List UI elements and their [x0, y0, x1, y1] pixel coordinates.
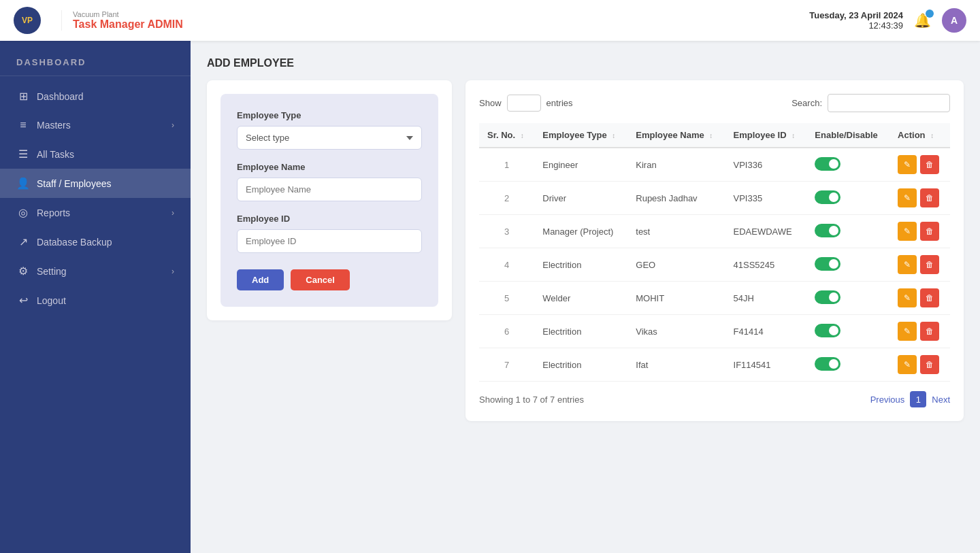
user-avatar[interactable]: A — [942, 8, 966, 33]
cell-action: ✎ 🗑 — [889, 282, 950, 315]
cell-id: VPI336 — [725, 148, 807, 182]
employee-type-select[interactable]: Select type — [237, 126, 422, 150]
toggle-switch[interactable] — [815, 324, 840, 337]
reports-icon: ◎ — [16, 206, 30, 219]
toggle-switch[interactable] — [815, 290, 840, 304]
edit-button[interactable]: ✎ — [898, 222, 917, 241]
header-main-title: Task Manager ADMIN — [73, 18, 809, 31]
employee-id-input[interactable] — [237, 229, 422, 253]
time-text: 12:43:39 — [809, 20, 903, 31]
chevron-right-icon-setting: › — [172, 267, 174, 276]
cell-toggle[interactable] — [806, 148, 889, 182]
logo-icon: VP — [14, 7, 41, 34]
header-right: Tuesday, 23 April 2024 12:43:39 🔔 A — [809, 8, 966, 33]
cell-toggle[interactable] — [806, 215, 889, 248]
logout-icon: ↩ — [16, 294, 30, 307]
cell-name: test — [627, 215, 725, 248]
sidebar-label-all-tasks: All Tasks — [37, 149, 174, 160]
employee-name-label: Employee Name — [237, 162, 422, 172]
delete-button[interactable]: 🗑 — [920, 355, 939, 374]
form-actions: Add Cancel — [237, 269, 422, 290]
table-header-row: Sr. No. ↕ Employee Type ↕ Employee Name … — [479, 123, 950, 148]
cell-sr: 6 — [479, 315, 534, 348]
cell-sr: 1 — [479, 148, 534, 182]
table-row: 7 Electrition Ifat IF114541 ✎ 🗑 — [479, 348, 950, 382]
sidebar-nav: ⊞ Dashboard ≡ Masters › ☰ All Tasks 👤 St… — [0, 76, 191, 553]
toggle-switch[interactable] — [815, 157, 840, 171]
cell-id: F41414 — [725, 315, 807, 348]
sidebar-item-dashboard[interactable]: ⊞ Dashboard — [0, 82, 191, 111]
notification-bell[interactable]: 🔔 — [914, 12, 931, 29]
employees-table: Sr. No. ↕ Employee Type ↕ Employee Name … — [479, 123, 950, 382]
cell-name: Ifat — [627, 348, 725, 382]
cell-type: Driver — [534, 182, 627, 215]
cell-toggle[interactable] — [806, 182, 889, 215]
sidebar-item-reports[interactable]: ◎ Reports › — [0, 198, 191, 227]
action-buttons: ✎ 🗑 — [898, 355, 942, 374]
delete-button[interactable]: 🗑 — [920, 255, 939, 274]
employee-id-group: Employee ID — [237, 214, 422, 253]
action-buttons: ✎ 🗑 — [898, 188, 942, 207]
cell-name: Vikas — [627, 315, 725, 348]
cell-type: Manager (Project) — [534, 215, 627, 248]
search-input[interactable] — [828, 94, 950, 112]
cell-type: Electrition — [534, 315, 627, 348]
edit-button[interactable]: ✎ — [898, 322, 917, 341]
current-page[interactable]: 1 — [910, 391, 926, 407]
toggle-switch[interactable] — [815, 224, 840, 237]
cell-action: ✎ 🗑 — [889, 248, 950, 282]
employee-name-input[interactable] — [237, 178, 422, 201]
edit-button[interactable]: ✎ — [898, 155, 917, 174]
employee-type-group: Employee Type Select type — [237, 110, 422, 150]
add-button[interactable]: Add — [237, 269, 284, 290]
toggle-switch[interactable] — [815, 357, 840, 371]
setting-icon: ⚙ — [16, 265, 30, 278]
toggle-switch[interactable] — [815, 190, 840, 204]
table-row: 5 Welder MOHIT 54JH ✎ 🗑 — [479, 282, 950, 315]
delete-button[interactable]: 🗑 — [920, 155, 939, 174]
showing-entries-text: Showing 1 to 7 of 7 entries — [479, 395, 584, 405]
delete-button[interactable]: 🗑 — [920, 288, 939, 307]
entries-count-input[interactable]: 10 — [507, 95, 541, 112]
sidebar-item-all-tasks[interactable]: ☰ All Tasks — [0, 139, 191, 169]
delete-button[interactable]: 🗑 — [920, 188, 939, 207]
dashboard-icon: ⊞ — [16, 90, 30, 103]
next-page-button[interactable]: Next — [932, 395, 950, 405]
table-body: 1 Engineer Kiran VPI336 ✎ 🗑 2 Driver Rup… — [479, 148, 950, 382]
chevron-right-icon-reports: › — [172, 208, 174, 218]
edit-button[interactable]: ✎ — [898, 355, 917, 374]
action-buttons: ✎ 🗑 — [898, 255, 942, 274]
datetime-area: Tuesday, 23 April 2024 12:43:39 — [809, 10, 903, 31]
delete-button[interactable]: 🗑 — [920, 222, 939, 241]
cell-action: ✎ 🗑 — [889, 215, 950, 248]
logo-area: VP — [14, 7, 61, 34]
cell-toggle[interactable] — [806, 248, 889, 282]
sidebar-item-masters[interactable]: ≡ Masters › — [0, 111, 191, 139]
cell-toggle[interactable] — [806, 348, 889, 382]
cell-name: MOHIT — [627, 282, 725, 315]
edit-button[interactable]: ✎ — [898, 288, 917, 307]
tasks-icon: ☰ — [16, 148, 30, 161]
cell-toggle[interactable] — [806, 315, 889, 348]
sidebar-label-reports: Reports — [37, 207, 165, 218]
entries-label: entries — [546, 98, 573, 108]
table-row: 1 Engineer Kiran VPI336 ✎ 🗑 — [479, 148, 950, 182]
cell-toggle[interactable] — [806, 282, 889, 315]
employee-type-label: Employee Type — [237, 110, 422, 120]
col-employee-name: Employee Name ↕ — [627, 123, 725, 148]
toggle-switch[interactable] — [815, 257, 840, 271]
edit-button[interactable]: ✎ — [898, 255, 917, 274]
cell-sr: 5 — [479, 282, 534, 315]
sidebar-item-setting[interactable]: ⚙ Setting › — [0, 256, 191, 286]
sidebar-item-staff-employees[interactable]: 👤 Staff / Employees — [0, 169, 191, 198]
sidebar-item-database-backup[interactable]: ↗ Database Backup — [0, 227, 191, 256]
search-area: Search: — [791, 94, 950, 112]
cell-action: ✎ 🗑 — [889, 348, 950, 382]
prev-page-button[interactable]: Previous — [870, 395, 905, 405]
action-buttons: ✎ 🗑 — [898, 222, 942, 241]
edit-button[interactable]: ✎ — [898, 188, 917, 207]
sidebar-label-masters: Masters — [37, 120, 165, 131]
cancel-button[interactable]: Cancel — [291, 269, 350, 290]
sidebar-item-logout[interactable]: ↩ Logout — [0, 286, 191, 315]
delete-button[interactable]: 🗑 — [920, 322, 939, 341]
